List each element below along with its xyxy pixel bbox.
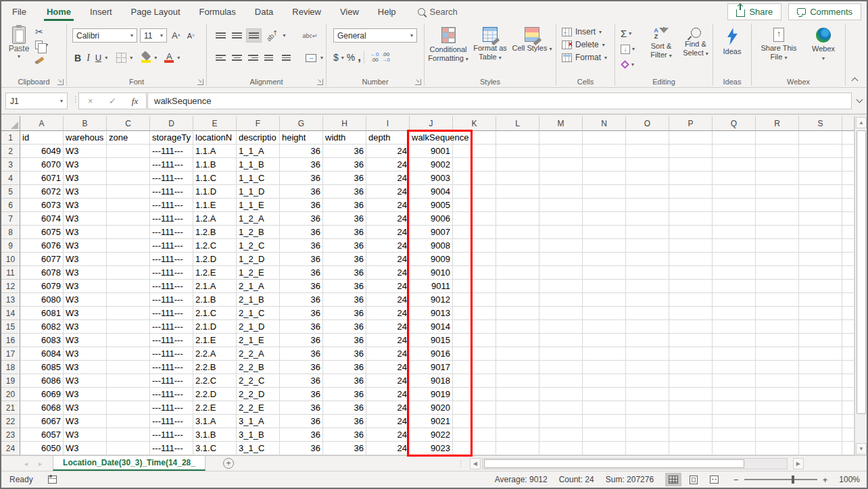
- zoom-in-button[interactable]: +: [823, 475, 828, 485]
- copy-button[interactable]: ▾: [35, 41, 48, 49]
- cell-F8[interactable]: 1_2_B: [237, 226, 280, 239]
- cell-I4[interactable]: 24: [366, 172, 410, 185]
- cell-S17[interactable]: [799, 347, 842, 361]
- cell-M7[interactable]: [539, 212, 583, 226]
- align-left-button[interactable]: [214, 51, 228, 65]
- row-header-11[interactable]: 11: [1, 266, 20, 280]
- cell-K17[interactable]: [453, 347, 496, 361]
- cell-I12[interactable]: 24: [366, 280, 410, 293]
- cell-D9[interactable]: ---111---: [150, 239, 193, 253]
- macro-record-icon[interactable]: [48, 475, 57, 484]
- cell-S11[interactable]: [799, 266, 842, 280]
- cell-K24[interactable]: [453, 442, 496, 455]
- decrease-decimal-button[interactable]: .00→0: [381, 52, 389, 63]
- cell-M12[interactable]: [539, 280, 583, 293]
- cell-S6[interactable]: [799, 199, 842, 212]
- conditional-formatting-button[interactable]: Conditional Formatting ▾: [427, 25, 469, 63]
- cell-R1[interactable]: [756, 131, 799, 145]
- cell-N23[interactable]: [583, 428, 626, 442]
- normal-view-button[interactable]: [665, 473, 681, 486]
- cell-G18[interactable]: 36: [280, 361, 323, 374]
- cell-partial-7[interactable]: [842, 212, 854, 226]
- cell-B7[interactable]: W3: [64, 212, 107, 226]
- page-break-view-button[interactable]: [706, 473, 722, 486]
- cell-I14[interactable]: 24: [366, 307, 410, 320]
- middle-align-button[interactable]: [230, 28, 244, 43]
- column-header-K[interactable]: K: [453, 116, 496, 131]
- cell-F9[interactable]: 1_2_C: [237, 239, 280, 253]
- cell-H10[interactable]: 36: [323, 253, 366, 266]
- font-dialog-launcher[interactable]: [197, 79, 203, 85]
- cell-J2[interactable]: 9001: [410, 145, 453, 158]
- cell-I23[interactable]: 24: [366, 428, 410, 442]
- cell-F6[interactable]: 1_1_E: [237, 199, 280, 212]
- cell-H21[interactable]: 36: [323, 401, 366, 415]
- cell-O22[interactable]: [626, 415, 669, 428]
- cell-J20[interactable]: 9019: [410, 388, 453, 401]
- cell-K9[interactable]: [453, 239, 496, 253]
- cell-A3[interactable]: 6070: [20, 158, 64, 172]
- percent-button[interactable]: %: [347, 52, 355, 63]
- cell-H1[interactable]: width: [323, 131, 366, 145]
- cell-M21[interactable]: [539, 401, 583, 415]
- cell-Q12[interactable]: [713, 280, 756, 293]
- cell-B3[interactable]: W3: [64, 158, 107, 172]
- column-header-L[interactable]: L: [496, 116, 539, 131]
- cell-O18[interactable]: [626, 361, 669, 374]
- column-header-P[interactable]: P: [669, 116, 713, 131]
- fill-button[interactable]: ↓ ▾: [621, 43, 635, 55]
- horizontal-scrollbar[interactable]: [482, 458, 788, 469]
- row-header-9[interactable]: 9: [1, 239, 20, 253]
- row-header-17[interactable]: 17: [1, 347, 20, 361]
- cell-Q15[interactable]: [713, 320, 756, 334]
- cell-A8[interactable]: 6075: [20, 226, 64, 239]
- cell-G6[interactable]: 36: [280, 199, 323, 212]
- cell-I6[interactable]: 24: [366, 199, 410, 212]
- cell-D4[interactable]: ---111---: [150, 172, 193, 185]
- cell-K11[interactable]: [453, 266, 496, 280]
- cell-partial-12[interactable]: [842, 280, 854, 293]
- cell-A6[interactable]: 6073: [20, 199, 64, 212]
- cell-L18[interactable]: [496, 361, 539, 374]
- cell-N22[interactable]: [583, 415, 626, 428]
- cell-R18[interactable]: [756, 361, 799, 374]
- ideas-button[interactable]: Ideas: [715, 26, 749, 56]
- cell-K13[interactable]: [453, 293, 496, 307]
- cell-F20[interactable]: 2_2_D: [237, 388, 280, 401]
- cell-E16[interactable]: 2.1.E: [193, 334, 237, 347]
- column-header-R[interactable]: R: [756, 116, 799, 131]
- cell-O2[interactable]: [626, 145, 669, 158]
- name-box[interactable]: J1 ▾: [5, 93, 68, 109]
- cell-P4[interactable]: [669, 172, 713, 185]
- cell-F17[interactable]: 2_2_A: [237, 347, 280, 361]
- cell-partial-11[interactable]: [842, 266, 854, 280]
- cell-S19[interactable]: [799, 374, 842, 388]
- new-sheet-button[interactable]: +: [223, 458, 234, 469]
- cell-partial-3[interactable]: [842, 158, 854, 172]
- cell-L19[interactable]: [496, 374, 539, 388]
- cell-I19[interactable]: 24: [366, 374, 410, 388]
- comments-button[interactable]: Comments: [788, 3, 861, 20]
- cell-Q10[interactable]: [713, 253, 756, 266]
- cell-R11[interactable]: [756, 266, 799, 280]
- cell-R24[interactable]: [756, 442, 799, 455]
- cell-M16[interactable]: [539, 334, 583, 347]
- cell-I7[interactable]: 24: [366, 212, 410, 226]
- row-header-22[interactable]: 22: [1, 415, 20, 428]
- borders-button[interactable]: [114, 51, 128, 65]
- row-header-10[interactable]: 10: [1, 253, 20, 266]
- cell-E18[interactable]: 2.2.B: [193, 361, 237, 374]
- cell-E5[interactable]: 1.1.D: [193, 185, 237, 199]
- cell-M18[interactable]: [539, 361, 583, 374]
- cell-M14[interactable]: [539, 307, 583, 320]
- row-header-23[interactable]: 23: [1, 428, 20, 442]
- cell-K22[interactable]: [453, 415, 496, 428]
- cell-I11[interactable]: 24: [366, 266, 410, 280]
- cell-O1[interactable]: [626, 131, 669, 145]
- cell-E1[interactable]: locationN: [193, 131, 237, 145]
- tab-file[interactable]: File: [1, 1, 37, 22]
- cell-Q18[interactable]: [713, 361, 756, 374]
- cell-O9[interactable]: [626, 239, 669, 253]
- cell-A16[interactable]: 6083: [20, 334, 64, 347]
- cell-O17[interactable]: [626, 347, 669, 361]
